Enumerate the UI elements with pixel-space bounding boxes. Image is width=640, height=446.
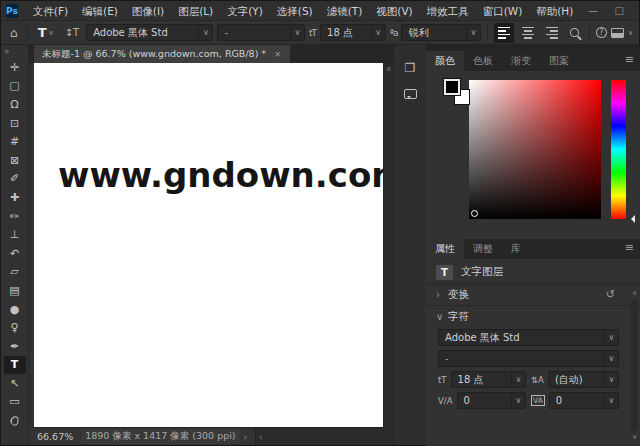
menu-edit[interactable]: 编辑(E) xyxy=(75,1,125,21)
history-brush-tool[interactable]: ↶ xyxy=(4,244,26,263)
history-panel-icon[interactable]: ❐ xyxy=(405,61,416,75)
marquee-tool[interactable]: ▢ xyxy=(4,77,26,96)
minimize-button[interactable]: — xyxy=(580,1,606,21)
font-family-select[interactable]: Adobe 黑体 Std ∨ xyxy=(86,24,213,41)
character-section-header[interactable]: ∨ 字符 xyxy=(426,305,640,327)
tab-gradients[interactable]: 渐变 xyxy=(502,51,540,71)
menu-view[interactable]: 视图(V) xyxy=(369,1,419,21)
canvas[interactable]: www.gndown.com xyxy=(34,63,383,427)
character-font-family-select[interactable]: Adobe 黑体 Std ∨ xyxy=(438,329,619,346)
horizontal-scrollbar[interactable]: ‹ xyxy=(255,428,393,445)
menu-plugins[interactable]: 增效工具 xyxy=(420,1,476,21)
lasso-tool[interactable]: Ω xyxy=(4,95,26,114)
tab-properties[interactable]: 属性 xyxy=(426,239,464,259)
status-chevron-icon[interactable]: › xyxy=(244,431,248,442)
dodge-tool[interactable]: ♀ xyxy=(4,318,26,337)
scroll-left-icon[interactable]: ‹ xyxy=(256,432,263,442)
tab-libraries[interactable]: 库 xyxy=(502,239,530,259)
comments-panel-icon[interactable] xyxy=(404,89,417,99)
crop-tool[interactable]: # xyxy=(4,132,26,151)
tab-close-icon[interactable]: × xyxy=(274,49,282,59)
tab-patterns[interactable]: 图案 xyxy=(540,51,578,71)
hue-slider-marker[interactable] xyxy=(627,215,635,223)
font-style-select[interactable]: - ∨ xyxy=(217,24,305,41)
pen-tool[interactable]: ✒ xyxy=(4,337,26,356)
hue-slider[interactable] xyxy=(611,80,626,219)
maximize-button[interactable]: □ xyxy=(606,1,632,21)
tab-adjustments[interactable]: 调整 xyxy=(464,239,502,259)
status-bar: 66.67% 1890 像素 x 1417 像素 (300 ppi) › ‹ xyxy=(29,427,393,445)
move-tool[interactable]: ✛ xyxy=(4,58,26,77)
menu-layer[interactable]: 图层(L) xyxy=(171,1,220,21)
leading-icon: ⇅A xyxy=(531,375,544,385)
menu-window[interactable]: 窗口(W) xyxy=(476,1,530,21)
character-size-value: 18 点 xyxy=(452,373,511,387)
character-tracking-select[interactable]: 0 ∨ xyxy=(549,392,619,409)
panel-menu-icon[interactable]: ≡ xyxy=(618,239,640,259)
toolbar-expand-icon[interactable]: » xyxy=(1,45,28,58)
path-selection-tool[interactable]: ↖ xyxy=(4,374,26,393)
scrollbar-track[interactable] xyxy=(631,299,638,431)
menu-image[interactable]: 图像(I) xyxy=(125,1,171,21)
foreground-color-swatch[interactable] xyxy=(444,79,460,95)
align-left-button[interactable] xyxy=(494,23,514,43)
chevron-down-icon: ∨ xyxy=(290,25,304,40)
text-orientation-icon[interactable]: ↕T xyxy=(62,27,83,38)
search-icon[interactable] xyxy=(570,28,579,37)
scroll-down-icon[interactable]: ∨ xyxy=(632,433,637,441)
zoom-level[interactable]: 66.67% xyxy=(37,431,73,442)
properties-scrollbar[interactable]: ∧ ∨ xyxy=(629,289,640,441)
saturation-brightness-field[interactable] xyxy=(469,80,601,219)
character-leading-select[interactable]: (自动) ∨ xyxy=(548,371,619,388)
spot-healing-tool[interactable]: ✚ xyxy=(4,188,26,207)
transform-section-header[interactable]: › 变换 ↺ xyxy=(426,283,640,305)
window-controls: — □ ✕ xyxy=(580,1,640,20)
workspace-panel-icon[interactable] xyxy=(611,28,624,38)
history-brush-tool-icon: ↶ xyxy=(10,247,19,260)
blur-tool[interactable]: ● xyxy=(4,300,26,319)
brush-tool[interactable]: ✏ xyxy=(4,207,26,226)
rectangle-tool-icon: ▭ xyxy=(9,395,19,408)
object-selection-tool[interactable]: ⊡ xyxy=(4,114,26,133)
character-size-select[interactable]: 18 点 ∨ xyxy=(451,371,526,388)
menu-file[interactable]: 文件(F) xyxy=(26,1,75,21)
eraser-tool[interactable]: ▱ xyxy=(4,263,26,282)
gradient-tool[interactable]: ▤ xyxy=(4,281,26,300)
vertical-scrollbar[interactable]: ∧ xyxy=(383,63,393,427)
frame-tool[interactable]: ⊠ xyxy=(4,151,26,170)
align-center-button[interactable] xyxy=(518,23,538,43)
separator xyxy=(589,25,590,41)
rectangle-tool[interactable]: ▭ xyxy=(4,393,26,412)
anti-alias-select[interactable]: 锐利 ∨ xyxy=(401,24,481,41)
scroll-up-icon[interactable]: ∧ xyxy=(632,289,637,297)
tab-swatches[interactable]: 色板 xyxy=(464,51,502,71)
character-font-style-select[interactable]: - ∨ xyxy=(438,350,619,367)
document-tab-title: 未标题-1 @ 66.7% (www.gndown.com, RGB/8) * xyxy=(42,48,266,61)
properties-panel: 属性 调整 库 ≡ T 文字图层 › 变换 ↺ ∨ 字符 xyxy=(426,239,640,446)
panel-menu-icon[interactable]: ≡ xyxy=(618,51,640,71)
color-field-marker[interactable] xyxy=(471,210,478,217)
properties-panel-body: T 文字图层 › 变换 ↺ ∨ 字符 Adobe 黑体 Std ∨ xyxy=(426,259,640,446)
scroll-up-icon[interactable]: ∧ xyxy=(384,63,393,75)
character-font-family-row: Adobe 黑体 Std ∨ xyxy=(426,327,640,348)
close-button[interactable]: ✕ xyxy=(632,1,640,21)
menu-filter[interactable]: 滤镜(T) xyxy=(320,1,370,21)
font-size-select[interactable]: 18 点 ∨ xyxy=(320,24,386,41)
menu-select[interactable]: 选择(S) xyxy=(270,1,320,21)
current-tool-button[interactable]: T ∨ xyxy=(34,24,58,41)
type-tool[interactable]: T xyxy=(4,356,26,375)
menu-type[interactable]: 文字(Y) xyxy=(220,1,270,21)
tab-color[interactable]: 颜色 xyxy=(426,51,464,71)
reset-transform-icon[interactable]: ↺ xyxy=(606,288,615,301)
clone-stamp-tool[interactable]: ⊥ xyxy=(4,225,26,244)
help-icon[interactable]: ? xyxy=(596,27,607,38)
canvas-text-layer[interactable]: www.gndown.com xyxy=(58,155,407,195)
hand-tool[interactable] xyxy=(4,411,26,430)
eyedropper-tool[interactable]: ✐ xyxy=(4,170,26,189)
menu-help[interactable]: 帮助(H) xyxy=(529,1,580,21)
separator xyxy=(27,25,28,41)
home-icon[interactable]: ⌂ xyxy=(7,26,21,40)
document-tab[interactable]: 未标题-1 @ 66.7% (www.gndown.com, RGB/8) * … xyxy=(34,45,290,63)
align-right-button[interactable] xyxy=(542,23,562,43)
character-kerning-select[interactable]: 0 ∨ xyxy=(457,392,527,409)
